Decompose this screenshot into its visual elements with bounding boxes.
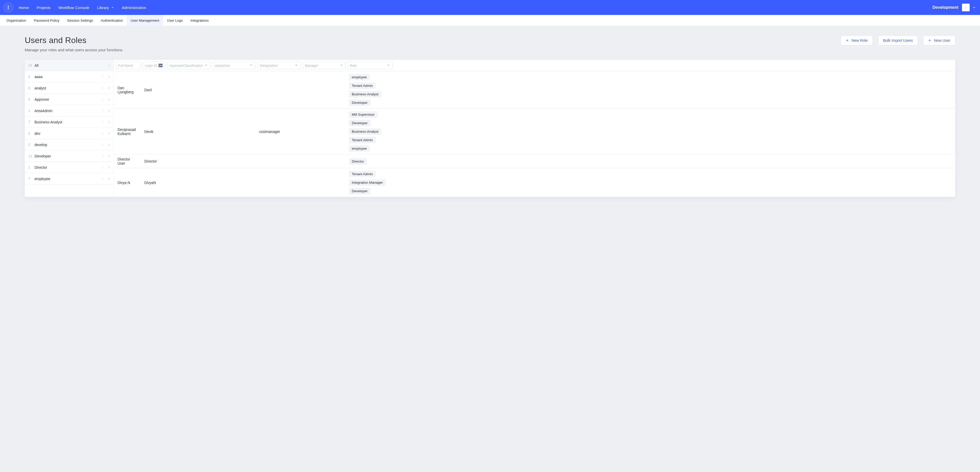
filter-approver-label: ApproverClassification xyxy=(170,64,205,67)
nav-projects[interactable]: Projects xyxy=(37,5,51,10)
cell-login-id: DivyaN xyxy=(142,178,165,187)
role-tag: Business-Analyst xyxy=(349,128,381,135)
role-label: employee xyxy=(34,177,101,181)
subnav-tab-session-settings[interactable]: Session Settings xyxy=(64,15,97,26)
role-count: 0 xyxy=(29,143,34,146)
table-row[interactable]: Divya NDivyaNTenant AdminIntegration Man… xyxy=(114,168,955,197)
more-icon[interactable] xyxy=(101,75,105,79)
more-icon[interactable] xyxy=(101,98,105,101)
nav-library[interactable]: Library xyxy=(97,5,114,10)
role-count: 0 xyxy=(29,86,34,90)
more-icon[interactable] xyxy=(101,120,105,124)
svg-point-27 xyxy=(103,157,103,157)
svg-point-13 xyxy=(103,109,103,110)
filter-login-id[interactable] xyxy=(142,62,165,69)
subnav-tab-user-management[interactable]: User Management xyxy=(127,15,163,26)
filter-manager[interactable]: Manager xyxy=(302,62,345,69)
roles-filter-all[interactable]: 33 All xyxy=(25,60,113,71)
svg-point-24 xyxy=(103,146,103,146)
role-count: 7 xyxy=(29,177,34,181)
role-item[interactable]: 0develop xyxy=(25,139,113,151)
svg-point-33 xyxy=(103,180,103,180)
subnav-tab-organization[interactable]: Organization xyxy=(3,15,30,26)
new-user-label: New User xyxy=(934,38,950,43)
more-icon[interactable] xyxy=(101,86,105,90)
sub-nav: OrganizationPassword PolicySession Setti… xyxy=(0,15,980,26)
subnav-tab-password-policy[interactable]: Password Policy xyxy=(30,15,64,26)
cell-approver xyxy=(167,180,210,185)
filter-designation[interactable]: Designation xyxy=(257,62,301,69)
table-row[interactable]: Deviprasad KulkarniDevikcostmanagerMill … xyxy=(114,108,955,154)
page-subtitle: Manage your roles and what users access … xyxy=(25,48,123,52)
cell-roles: Tenant AdminIntegration ManagerDeveloper xyxy=(347,168,393,197)
app-logo[interactable]: I xyxy=(3,2,14,13)
role-item[interactable]: 0Approver xyxy=(25,94,113,105)
cell-costcenter xyxy=(212,159,255,164)
nav-home[interactable]: Home xyxy=(19,5,29,10)
chevron-right-icon xyxy=(107,120,111,124)
role-tag: Developer xyxy=(349,188,371,194)
more-icon[interactable] xyxy=(101,143,105,146)
cell-login-id: Devik xyxy=(142,127,165,136)
chevron-right-icon xyxy=(107,154,111,158)
new-user-button[interactable]: New User xyxy=(923,35,955,45)
nav-administration[interactable]: Administration xyxy=(122,5,146,10)
more-icon[interactable] xyxy=(101,154,105,158)
nav-library-label: Library xyxy=(97,5,109,10)
chevron-right-icon xyxy=(107,109,111,113)
cell-roles: Director xyxy=(347,156,393,167)
role-item[interactable]: 7Business-Analyst xyxy=(25,116,113,128)
subnav-tab-integrations[interactable]: Integrations xyxy=(186,15,213,26)
filter-full-name-input[interactable] xyxy=(118,64,138,67)
svg-point-16 xyxy=(103,121,103,121)
svg-point-7 xyxy=(103,87,103,87)
role-item[interactable]: 1AreaAdmin xyxy=(25,105,113,116)
role-count: 7 xyxy=(29,120,34,124)
svg-point-17 xyxy=(103,122,103,122)
filter-full-name[interactable] xyxy=(115,62,140,69)
chevron-right-icon xyxy=(107,177,111,181)
role-item[interactable]: 13Developer xyxy=(25,151,113,162)
cell-manager xyxy=(302,159,345,164)
role-item[interactable]: 0analyst xyxy=(25,83,113,94)
table-filter-row: ApproverClassification costcenter Design… xyxy=(114,60,955,71)
user-menu-chevron-icon[interactable] xyxy=(972,6,976,9)
role-tag: Tenant Admin xyxy=(349,83,376,89)
role-label: develop xyxy=(34,143,101,147)
new-role-button[interactable]: New Role xyxy=(841,35,873,45)
svg-point-28 xyxy=(103,166,103,167)
subnav-tab-authentication[interactable]: Authentication xyxy=(97,15,127,26)
more-icon[interactable] xyxy=(101,109,105,113)
chevron-right-icon xyxy=(107,166,111,169)
avatar[interactable]: :: xyxy=(962,3,970,11)
table-row[interactable]: Dan LjungbergDanlemployeeTenant AdminBus… xyxy=(114,71,955,108)
chevron-right-icon xyxy=(107,132,111,135)
more-icon[interactable] xyxy=(101,166,105,169)
filter-costcenter-label: costcenter xyxy=(215,64,250,67)
cell-costcenter xyxy=(212,129,255,134)
role-item[interactable]: 0aaaa xyxy=(25,71,113,83)
cell-approver xyxy=(167,87,210,92)
filter-approver[interactable]: ApproverClassification xyxy=(167,62,210,69)
role-item[interactable]: 1Director xyxy=(25,162,113,173)
keyboard-icon xyxy=(159,64,162,67)
role-item[interactable]: 0dev xyxy=(25,128,113,139)
filter-role[interactable]: Role xyxy=(347,62,393,69)
chevron-down-icon xyxy=(387,64,390,67)
role-label: Director xyxy=(34,165,101,170)
bulk-import-button[interactable]: Bulk Import Users xyxy=(878,35,918,45)
filter-costcenter[interactable]: costcenter xyxy=(212,62,255,69)
svg-point-6 xyxy=(103,78,103,78)
cell-costcenter xyxy=(212,87,255,92)
role-count: 1 xyxy=(29,109,34,113)
more-icon[interactable] xyxy=(101,177,105,181)
svg-point-23 xyxy=(103,145,103,145)
cell-designation xyxy=(257,180,301,185)
chevron-down-icon xyxy=(295,64,298,67)
nav-workflow-console[interactable]: Workflow Console xyxy=(58,5,89,10)
role-item[interactable]: 7employee xyxy=(25,173,113,184)
filter-login-id-input[interactable] xyxy=(145,64,158,67)
table-row[interactable]: Director UserDirectorDirector xyxy=(114,154,955,168)
more-icon[interactable] xyxy=(101,132,105,135)
subnav-tab-user-logs[interactable]: User Logs xyxy=(163,15,187,26)
